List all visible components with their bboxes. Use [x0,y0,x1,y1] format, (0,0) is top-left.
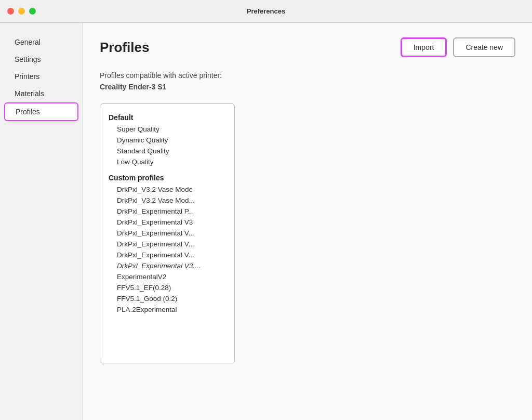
minimize-button[interactable] [18,8,25,15]
window-controls [7,8,36,15]
sidebar-item-materials[interactable]: Materials [4,85,78,102]
profile-item[interactable]: DrkPxl_V3.2 Vase Mode [100,184,234,195]
profile-item[interactable]: DrkPxl_Experimental V... [100,239,234,250]
import-button[interactable]: Import [401,37,447,57]
profile-item[interactable]: FFV5.1_EF(0.28) [100,282,234,293]
profile-item[interactable]: Dynamic Quality [100,135,234,146]
custom-group-header: Custom profiles [100,172,234,184]
default-group-header: Default [100,111,234,124]
page-title: Profiles [100,40,149,56]
profile-item[interactable]: FFV5.1_Good (0.2) [100,293,234,304]
window-title: Preferences [247,7,285,15]
sidebar-item-general[interactable]: General [4,34,78,50]
content-header: Profiles Import Create new [100,37,515,57]
profile-item[interactable]: Super Quality [100,124,234,135]
profile-item[interactable]: DrkPxl_Experimental P... [100,206,234,217]
profile-item[interactable]: DrkPxl_Experimental V3 [100,217,234,228]
profile-item[interactable]: PLA.2Experimental [100,304,234,315]
maximize-button[interactable] [29,8,36,15]
custom-items: DrkPxl_V3.2 Vase ModeDrkPxl_V3.2 Vase Mo… [100,184,234,315]
title-bar: Preferences [0,0,532,23]
profile-item[interactable]: DrkPxl_Experimental V... [100,228,234,239]
sidebar-item-profiles[interactable]: Profiles [4,102,78,121]
printer-name: Creality Ender-3 S1 [100,83,166,91]
printer-info: Profiles compatible with active printer:… [100,70,515,93]
sidebar: General Settings Printers Materials Prof… [0,23,83,420]
profile-item[interactable]: DrkPxl_V3.2 Vase Mod... [100,195,234,206]
profile-item[interactable]: DrkPxl_Experimental V... [100,250,234,260]
profile-item[interactable]: ExperimentalV2 [100,271,234,282]
content-area: Profiles Import Create new Profiles comp… [83,23,532,420]
profile-item[interactable]: Low Quality [100,156,234,167]
sidebar-item-settings[interactable]: Settings [4,51,78,68]
profile-item[interactable]: Standard Quality [100,146,234,156]
printer-info-line1: Profiles compatible with active printer: [100,71,222,80]
main-layout: General Settings Printers Materials Prof… [0,23,532,420]
profile-list-box: Default Super QualityDynamic QualityStan… [100,103,235,363]
header-actions: Import Create new [401,37,515,57]
sidebar-item-printers[interactable]: Printers [4,68,78,85]
default-items: Super QualityDynamic QualityStandard Qua… [100,124,234,167]
profile-item[interactable]: DrkPxl_Experimental V3.... [100,260,234,271]
create-new-button[interactable]: Create new [453,37,515,57]
close-button[interactable] [7,8,14,15]
